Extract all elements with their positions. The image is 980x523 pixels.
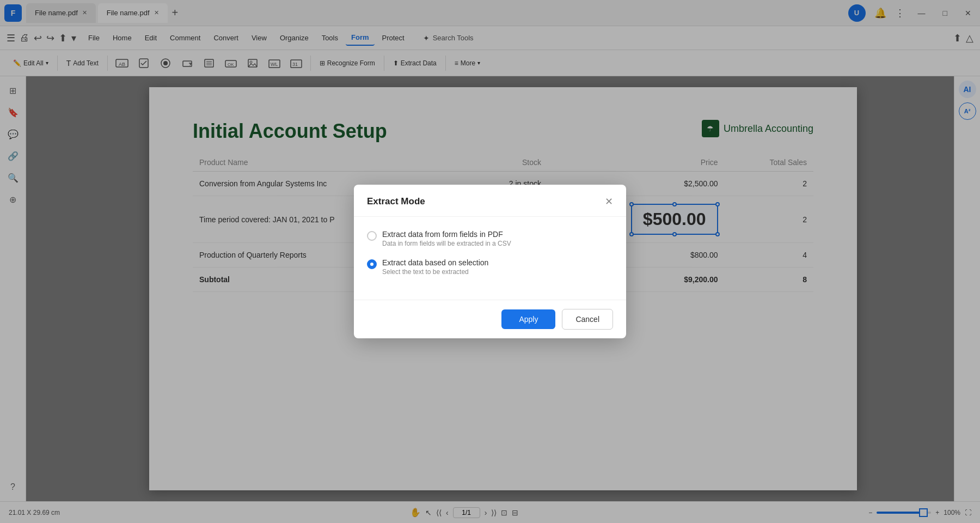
modal-footer: Apply Cancel (354, 300, 626, 338)
option1-label: Extract data from form fields in PDF (382, 230, 511, 239)
option2-row[interactable]: Extract data based on selection Select t… (367, 258, 613, 276)
modal-overlay[interactable]: Extract Mode ✕ Extract data from form fi… (0, 0, 980, 523)
apply-btn[interactable]: Apply (501, 309, 555, 329)
modal-body: Extract data from form fields in PDF Dat… (354, 217, 626, 300)
option1-radio[interactable] (367, 231, 377, 241)
option2-sublabel: Select the text to be extracted (382, 268, 488, 276)
option2-radio[interactable] (367, 259, 377, 269)
modal-title: Extract Mode (367, 196, 425, 207)
extract-mode-modal: Extract Mode ✕ Extract data from form fi… (354, 185, 626, 338)
option1-sublabel: Data in form fields will be extracted in… (382, 240, 511, 247)
modal-header: Extract Mode ✕ (354, 185, 626, 217)
modal-close-btn[interactable]: ✕ (605, 196, 613, 208)
option2-label: Extract data based on selection (382, 258, 488, 267)
cancel-btn[interactable]: Cancel (562, 309, 613, 330)
option1-row[interactable]: Extract data from form fields in PDF Dat… (367, 230, 613, 247)
